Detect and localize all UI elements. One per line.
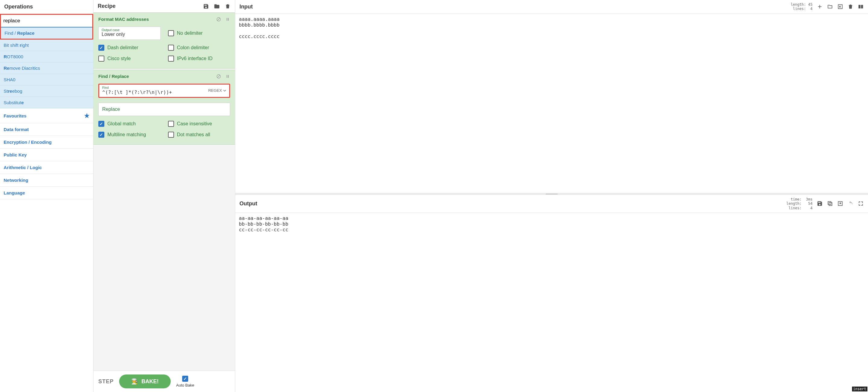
pause-icon[interactable] <box>225 17 230 22</box>
operations-search-input[interactable] <box>1 15 92 27</box>
app-root: Operations Find / Replace Bit shift righ… <box>0 0 868 392</box>
recipe-body: Format MAC addresses Output case Lower o… <box>93 13 235 370</box>
undo-icon[interactable] <box>847 200 854 206</box>
check-global-match[interactable]: Global match <box>98 121 161 127</box>
step-button[interactable]: STEP <box>98 379 114 385</box>
op-result-streebog[interactable]: Streebog <box>0 85 93 97</box>
io-panel: Input length: 45 lines: 4 aaaa.aaaa.aaaa… <box>235 0 868 392</box>
check-multiline[interactable]: Multiline matching <box>98 132 161 138</box>
folder-icon[interactable] <box>214 3 220 9</box>
checkbox-icon <box>168 45 174 51</box>
replace-field[interactable]: Replace <box>98 103 230 116</box>
operations-search-highlight <box>0 14 93 27</box>
checkbox-icon <box>98 45 104 51</box>
result-bold: Replace <box>17 30 35 36</box>
disable-icon[interactable] <box>216 17 221 22</box>
recipe-toolbar <box>203 3 231 9</box>
save-icon[interactable] <box>203 3 209 9</box>
cat-networking[interactable]: Networking <box>0 174 93 187</box>
checkbox-icon <box>168 121 174 127</box>
result-prefix: Find / <box>4 30 17 36</box>
bake-button[interactable]: 👨‍🍳 BAKE! <box>119 374 171 388</box>
check-case-insensitive[interactable]: Case insensitive <box>168 121 230 127</box>
svg-rect-2 <box>227 18 227 21</box>
check-dash-delimiter[interactable]: Dash delimiter <box>98 45 161 51</box>
recipe-title: Recipe <box>98 3 116 9</box>
output-meta: time: 3ms length: 54 lines: 4 <box>786 197 812 210</box>
copy-output-icon[interactable] <box>827 200 833 206</box>
auto-bake-label: Auto Bake <box>176 383 194 388</box>
op-result-substitute[interactable]: Substitute <box>0 97 93 108</box>
recipe-header: Recipe <box>93 0 235 13</box>
status-insert-badge: insert <box>852 387 867 391</box>
svg-line-5 <box>217 75 220 78</box>
bake-label: BAKE! <box>142 379 159 385</box>
op-result-bit-shift-right[interactable]: Bit shift right <box>0 39 93 51</box>
checkbox-icon <box>168 30 174 36</box>
op-title: Format MAC addresses <box>98 17 149 22</box>
pause-icon[interactable] <box>225 74 230 79</box>
find-label: Find <box>102 86 206 89</box>
operations-title: Operations <box>0 0 93 14</box>
open-folder-icon[interactable] <box>827 4 833 10</box>
input-textarea[interactable]: aaaa.aaaa.aaaa bbbb.bbbb.bbbb cccc.cccc.… <box>235 14 868 193</box>
find-value: ^(?:[\t ]*(?:\r?\n|\r))+ <box>102 89 206 95</box>
check-ipv6-iface[interactable]: IPv6 interface ID <box>168 56 230 62</box>
recipe-op-find-replace: Find / Replace Find ^(?:[\t ]*(?:\r?\n|\… <box>93 70 235 145</box>
input-tabs-icon[interactable] <box>858 4 864 10</box>
svg-rect-11 <box>828 202 831 205</box>
operations-results: Find / Replace Bit shift right ROT8000 R… <box>0 27 93 108</box>
output-case-value: Lower only <box>102 32 157 37</box>
svg-rect-8 <box>859 5 861 9</box>
input-meta: length: 45 lines: 4 <box>791 2 812 11</box>
recipe-panel: Recipe Format MAC addresses <box>93 0 235 392</box>
cat-arithmetic-logic[interactable]: Arithmetic / Logic <box>0 161 93 174</box>
move-to-input-icon[interactable] <box>837 200 843 206</box>
checkbox-icon <box>98 121 104 127</box>
check-cisco-style[interactable]: Cisco style <box>98 56 161 62</box>
input-header: Input length: 45 lines: 4 <box>235 0 868 14</box>
check-dot-matches-all[interactable]: Dot matches all <box>168 132 230 138</box>
cat-language[interactable]: Language <box>0 187 93 199</box>
output-case-label: Output case <box>102 28 157 32</box>
input-title: Input <box>240 4 253 10</box>
auto-bake-toggle[interactable]: Auto Bake <box>176 376 194 388</box>
clear-input-icon[interactable] <box>847 4 854 10</box>
op-result-sha0[interactable]: SHA0 <box>0 74 93 85</box>
recipe-footer: STEP 👨‍🍳 BAKE! Auto Bake <box>93 370 235 392</box>
find-type-dropdown[interactable]: REGEX <box>208 88 226 93</box>
cat-data-format[interactable]: Data format <box>0 123 93 136</box>
open-file-icon[interactable] <box>837 4 843 10</box>
output-case-field[interactable]: Output case Lower only <box>98 27 161 40</box>
star-icon: ★ <box>84 112 90 119</box>
trash-icon[interactable] <box>225 3 231 9</box>
checkbox-icon <box>98 132 104 138</box>
checkbox-icon <box>168 132 174 138</box>
chevron-down-icon <box>223 89 226 92</box>
svg-line-1 <box>217 18 220 21</box>
op-result-rot8000[interactable]: ROT8000 <box>0 51 93 62</box>
output-header: Output time: 3ms length: 54 lines: 4 <box>235 195 868 213</box>
cat-favourites[interactable]: Favourites★ <box>0 108 93 123</box>
io-splitter[interactable] <box>235 193 868 195</box>
cat-encryption-encoding[interactable]: Encryption / Encoding <box>0 136 93 148</box>
op-result-find-replace[interactable]: Find / Replace <box>0 27 93 39</box>
find-field-highlight[interactable]: Find ^(?:[\t ]*(?:\r?\n|\r))+ REGEX <box>98 84 230 98</box>
add-tab-icon[interactable] <box>817 4 823 10</box>
maximise-output-icon[interactable] <box>858 200 864 206</box>
svg-rect-3 <box>228 18 228 21</box>
check-no-delimiter[interactable]: No delimiter <box>168 30 230 36</box>
output-title: Output <box>240 200 257 207</box>
svg-rect-7 <box>228 75 228 78</box>
save-output-icon[interactable] <box>817 200 823 206</box>
cat-public-key[interactable]: Public Key <box>0 148 93 161</box>
disable-icon[interactable] <box>216 74 221 79</box>
check-colon-delimiter[interactable]: Colon delimiter <box>168 45 230 51</box>
operations-categories: Favourites★ Data format Encryption / Enc… <box>0 108 93 199</box>
op-result-remove-diacritics[interactable]: Remove Diacritics <box>0 62 93 74</box>
op-title: Find / Replace <box>98 74 129 79</box>
svg-rect-9 <box>861 5 863 9</box>
output-textarea: aa-aa-aa-aa-aa-aa bb-bb-bb-bb-bb-bb cc-c… <box>235 213 868 392</box>
svg-rect-6 <box>227 75 227 78</box>
recipe-op-format-mac: Format MAC addresses Output case Lower o… <box>93 13 235 68</box>
